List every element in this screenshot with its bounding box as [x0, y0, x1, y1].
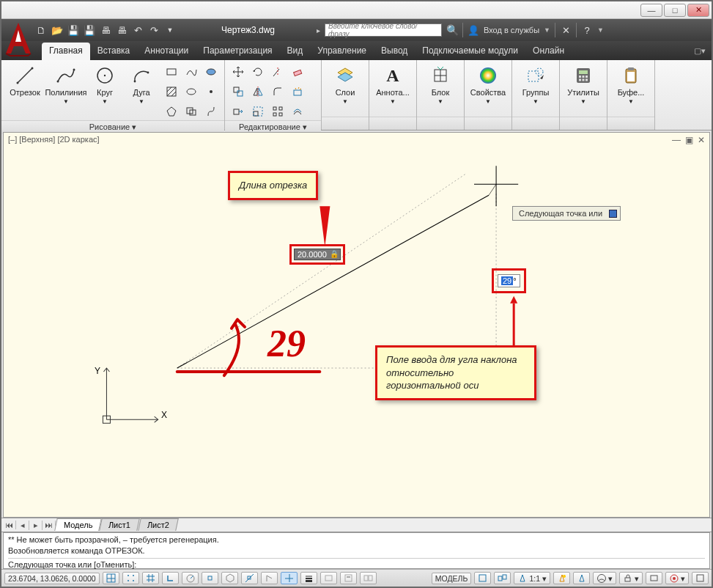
- command-tooltip[interactable]: Следующая точка или: [512, 206, 621, 221]
- status-hardware-accel[interactable]: [646, 572, 662, 584]
- new-icon[interactable]: 🗋: [35, 24, 47, 36]
- block-button[interactable]: Блок▼: [421, 63, 459, 117]
- copy-icon[interactable]: [229, 83, 247, 100]
- saveas-icon[interactable]: 💾: [84, 24, 95, 36]
- status-grid[interactable]: [142, 572, 159, 584]
- search-icon[interactable]: 🔍: [446, 24, 458, 36]
- close-button[interactable]: ✕: [687, 4, 709, 17]
- mirror-icon[interactable]: [249, 83, 267, 100]
- status-ortho[interactable]: [162, 572, 179, 584]
- scale-icon[interactable]: [249, 103, 267, 120]
- ellipse-fill-icon[interactable]: [202, 63, 220, 81]
- status-snap[interactable]: [122, 572, 139, 584]
- tooltip-options-icon[interactable]: [609, 210, 617, 218]
- point-icon[interactable]: [202, 83, 220, 100]
- ribbon-minimize-icon[interactable]: ▢▾: [694, 46, 706, 56]
- clipboard-button[interactable]: Буфе...▼: [612, 63, 650, 117]
- open-icon[interactable]: 📂: [51, 24, 63, 36]
- status-annoscale-icon[interactable]: 1:1 ▾: [514, 572, 550, 584]
- print-icon[interactable]: 🖶: [100, 24, 111, 36]
- ellipse-icon[interactable]: [182, 83, 200, 100]
- status-layout-quick[interactable]: [474, 572, 491, 584]
- trim-icon[interactable]: [269, 63, 287, 81]
- polyline-button[interactable]: Полилиния▼: [47, 63, 85, 120]
- status-lwt[interactable]: [300, 572, 317, 584]
- rect-icon[interactable]: [163, 63, 180, 81]
- explode-icon[interactable]: [289, 83, 306, 100]
- status-infer[interactable]: [103, 572, 119, 584]
- tab-insert[interactable]: Вставка: [90, 43, 138, 60]
- status-coordinates[interactable]: 23.6704, 13.0626, 0.0000: [4, 573, 100, 584]
- status-3dosnap[interactable]: [221, 572, 238, 584]
- status-quickview-dwg[interactable]: [494, 572, 511, 584]
- tab-plugins[interactable]: Подключаемые модули: [415, 43, 525, 60]
- minimize-button[interactable]: —: [640, 4, 662, 17]
- groups-button[interactable]: Группы▼: [517, 63, 555, 117]
- helix-icon[interactable]: [202, 103, 220, 120]
- drawing-canvas[interactable]: [–] [Верхняя] [2D каркас] — ▣ ✕: [3, 132, 710, 518]
- search-input[interactable]: Введите ключевое слово/фразу: [325, 23, 442, 37]
- help-icon[interactable]: ?: [581, 24, 593, 36]
- exchange-icon[interactable]: ✕: [560, 24, 572, 36]
- circle-button[interactable]: Круг▼: [88, 63, 122, 120]
- stretch-icon[interactable]: [229, 103, 247, 120]
- status-osnap[interactable]: [202, 572, 218, 584]
- status-tpy[interactable]: [320, 572, 337, 584]
- status-sc[interactable]: [360, 572, 377, 584]
- tab-manage[interactable]: Управление: [310, 43, 374, 60]
- utilities-button[interactable]: Утилиты▼: [564, 63, 602, 117]
- spline-icon[interactable]: [182, 63, 200, 81]
- status-cleanscreen[interactable]: [692, 572, 709, 584]
- erase-icon[interactable]: [289, 63, 306, 81]
- rotate-icon[interactable]: [249, 63, 267, 81]
- help-dropdown-icon[interactable]: ▼: [597, 26, 604, 34]
- status-qp[interactable]: [340, 572, 357, 584]
- annotation-button[interactable]: AАннота...▼: [374, 63, 412, 117]
- plot-icon[interactable]: 🖶: [116, 24, 128, 36]
- array-icon[interactable]: [269, 103, 287, 120]
- save-icon[interactable]: 💾: [67, 24, 79, 36]
- status-model-space[interactable]: МОДЕЛЬ: [432, 573, 472, 584]
- tab-online[interactable]: Онлайн: [525, 43, 572, 60]
- polygon-icon[interactable]: [163, 103, 180, 120]
- properties-button[interactable]: Свойства▼: [469, 63, 507, 117]
- tab-output[interactable]: Вывод: [374, 43, 415, 60]
- tab-layout1[interactable]: Лист1: [100, 518, 141, 531]
- offset-icon[interactable]: [289, 103, 306, 120]
- region-icon[interactable]: [182, 103, 200, 120]
- signin-dropdown-icon[interactable]: ▼: [544, 26, 550, 34]
- tab-annotate[interactable]: Аннотации: [137, 43, 196, 60]
- layers-button[interactable]: Слои▼: [326, 63, 364, 117]
- signin-person-icon[interactable]: 👤: [468, 24, 479, 36]
- status-ws[interactable]: ▾: [593, 572, 616, 584]
- command-line[interactable]: ** Не может быть прозрачной, – требуется…: [3, 532, 710, 569]
- search-chevron-icon[interactable]: ▸: [317, 26, 320, 34]
- tab-nav-prev[interactable]: ◂: [16, 521, 29, 530]
- status-toolbar-lock[interactable]: ▾: [619, 572, 643, 584]
- undo-icon[interactable]: ↶: [132, 24, 144, 36]
- dynamic-angle-input[interactable]: 29°: [492, 268, 526, 293]
- signin-label[interactable]: Вход в службы: [484, 26, 539, 34]
- tab-nav-next[interactable]: ▸: [29, 521, 43, 530]
- status-dyn[interactable]: [281, 572, 298, 584]
- tab-nav-first[interactable]: ⏮: [3, 521, 16, 529]
- status-annoauto[interactable]: [573, 572, 590, 584]
- tab-nav-last[interactable]: ⏭: [43, 521, 56, 529]
- status-otrack[interactable]: [241, 572, 258, 584]
- arc-button[interactable]: Дуга▼: [125, 63, 158, 120]
- tab-home[interactable]: Главная: [42, 43, 90, 60]
- tab-layout2[interactable]: Лист2: [138, 518, 179, 531]
- tab-model[interactable]: Модель: [54, 518, 102, 531]
- status-polar[interactable]: [182, 572, 199, 584]
- fillet-icon[interactable]: [269, 83, 287, 100]
- dynamic-length-input[interactable]: 20.0000🔒: [289, 244, 345, 265]
- maximize-button[interactable]: □: [664, 4, 686, 17]
- move-icon[interactable]: [229, 63, 247, 81]
- status-ducs[interactable]: [261, 572, 278, 584]
- redo-icon[interactable]: ↷: [148, 24, 160, 36]
- qa-more-icon[interactable]: ▼: [164, 24, 176, 36]
- line-button[interactable]: Отрезок: [6, 63, 44, 120]
- hatch-icon[interactable]: [163, 83, 180, 100]
- app-menu-logo[interactable]: [3, 20, 34, 56]
- tab-parametric[interactable]: Параметризация: [196, 43, 279, 60]
